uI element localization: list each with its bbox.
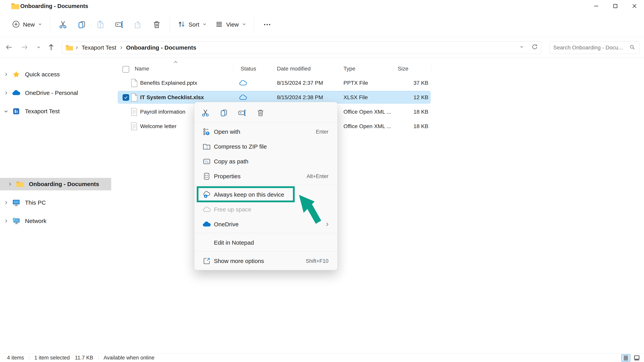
copy-button[interactable] (72, 16, 91, 33)
column-header-status[interactable]: Status (240, 66, 256, 72)
file-size: 18 KB (393, 119, 428, 134)
rename-button[interactable] (110, 16, 128, 33)
cut-button[interactable] (54, 16, 72, 33)
menu-item-onedrive[interactable]: OneDrive (194, 217, 338, 232)
file-name[interactable]: IT System Checklist.xlsx (140, 90, 204, 105)
onedrive-cloud-icon (202, 220, 211, 229)
view-label: View (226, 21, 239, 28)
column-header-size[interactable]: Size (398, 66, 408, 72)
file-row-welcome-letter[interactable]: Welcome letter Office Open XML ... 18 KB (111, 119, 644, 134)
file-icon (131, 76, 138, 90)
chevron-right-icon[interactable] (3, 72, 9, 77)
search-input[interactable]: Search Onboarding - Docu... (550, 41, 639, 54)
file-date: 8/15/2024 2:37 PM (277, 76, 323, 90)
address-bar-row: Texaport Test Onboarding - Documents Sea… (0, 37, 644, 58)
forward-button[interactable] (20, 42, 30, 52)
cloud-status-icon[interactable] (232, 76, 254, 90)
submenu-chevron-icon (324, 222, 330, 228)
folder-icon (16, 181, 24, 187)
address-dropdown-chevron[interactable] (519, 44, 524, 51)
file-row-it-system-checklist[interactable]: IT System Checklist.xlsx 8/15/2024 2:38 … (111, 90, 644, 105)
cloud-outline-icon (202, 205, 211, 214)
sidebar-item-onboarding-documents[interactable]: Onboarding - Documents (0, 178, 111, 190)
breadcrumb-item-onboarding[interactable]: Onboarding - Documents (124, 44, 198, 51)
column-divider[interactable] (393, 65, 393, 73)
menu-item-copy-as-path[interactable]: \\.. Copy as path (194, 154, 338, 169)
select-all-checkbox[interactable] (122, 66, 129, 73)
rename-icon (238, 109, 246, 117)
delete-button[interactable] (147, 16, 166, 33)
column-header-date[interactable]: Date modified (277, 66, 311, 72)
more-options-button[interactable] (258, 16, 276, 33)
rename-button[interactable] (237, 107, 247, 119)
minimize-button[interactable] (587, 0, 606, 12)
delete-button[interactable] (256, 107, 266, 119)
view-button[interactable]: View (211, 16, 250, 33)
file-name[interactable]: Benefits Explained.pptx (140, 76, 197, 90)
chevron-right-icon[interactable] (3, 218, 9, 224)
share-icon (134, 20, 142, 29)
column-header-type[interactable]: Type (344, 66, 355, 72)
toolbar-divider (254, 17, 254, 33)
menu-item-compress-zip[interactable]: Compress to ZIP file (194, 139, 338, 154)
sort-icon (177, 20, 186, 29)
refresh-icon[interactable] (531, 43, 538, 52)
open-with-icon (202, 128, 211, 136)
new-button[interactable]: New (8, 16, 46, 33)
menu-item-open-with[interactable]: Open with Enter (194, 124, 338, 139)
network-icon (12, 217, 21, 225)
close-button[interactable] (625, 0, 644, 12)
selection-count: 1 item selected (34, 355, 70, 361)
paste-button[interactable] (91, 16, 110, 33)
menu-item-edit-in-notepad[interactable]: Edit in Notepad (194, 235, 338, 250)
copy-icon (220, 109, 228, 117)
cut-button[interactable] (200, 107, 210, 119)
maximize-button[interactable] (606, 0, 625, 12)
row-checkbox-checked[interactable] (122, 94, 129, 101)
chevron-right-icon[interactable] (3, 90, 9, 96)
chevron-right-icon[interactable] (7, 182, 13, 187)
menu-item-label: Properties (214, 169, 240, 184)
menu-divider (194, 122, 338, 123)
file-name[interactable]: Welcome letter (140, 119, 176, 134)
breadcrumb-item-texaport[interactable]: Texaport Test (80, 44, 118, 51)
new-plus-icon (12, 20, 20, 29)
svg-text:..: .. (207, 160, 211, 163)
chevron-down-icon[interactable] (3, 109, 9, 114)
new-label: New (23, 21, 35, 28)
availability-status: Available when online (104, 355, 154, 361)
copy-button[interactable] (219, 107, 229, 119)
sidebar-item-label: OneDrive - Personal (25, 90, 78, 96)
file-name[interactable]: Payroll information (140, 105, 186, 119)
share-button[interactable] (128, 16, 147, 33)
back-button[interactable] (4, 42, 14, 52)
menu-divider (194, 251, 338, 251)
sidebar-item-label: Texaport Test (25, 108, 60, 115)
file-row-benefits-explained[interactable]: Benefits Explained.pptx 8/15/2024 2:37 P… (111, 76, 644, 90)
up-button[interactable] (46, 42, 56, 52)
menu-item-show-more-options[interactable]: Show more options Shift+F10 (194, 254, 338, 268)
file-type: Office Open XML ... (344, 105, 391, 119)
details-view-button[interactable] (621, 354, 630, 361)
sidebar-item-quick-access[interactable]: Quick access (0, 68, 111, 81)
paste-icon (96, 20, 105, 29)
sidebar-item-network[interactable]: Network (0, 215, 111, 227)
sort-button[interactable]: Sort (173, 16, 211, 33)
recent-locations-chevron[interactable] (34, 42, 44, 52)
sidebar-item-texaport-test[interactable]: Texaport Test (0, 105, 111, 118)
menu-item-always-keep-on-device[interactable]: Always keep on this device (194, 187, 338, 202)
chevron-right-icon[interactable] (3, 200, 9, 205)
column-header-name[interactable]: Name (135, 66, 149, 72)
column-divider[interactable] (431, 65, 432, 73)
thumbnails-view-button[interactable] (632, 354, 641, 361)
breadcrumb[interactable]: Texaport Test Onboarding - Documents (62, 41, 541, 54)
menu-item-label: OneDrive (214, 217, 239, 232)
column-divider[interactable] (274, 65, 274, 73)
sidebar-item-this-pc[interactable]: This PC (0, 196, 111, 209)
menu-item-shortcut: Alt+Enter (306, 169, 328, 184)
search-icon[interactable] (629, 44, 636, 51)
menu-item-properties[interactable]: Properties Alt+Enter (194, 169, 338, 184)
menu-item-label: Compress to ZIP file (214, 139, 267, 154)
sidebar-item-onedrive-personal[interactable]: OneDrive - Personal (0, 87, 111, 99)
file-row-payroll-information[interactable]: Payroll information Office Open XML ... … (111, 105, 644, 119)
